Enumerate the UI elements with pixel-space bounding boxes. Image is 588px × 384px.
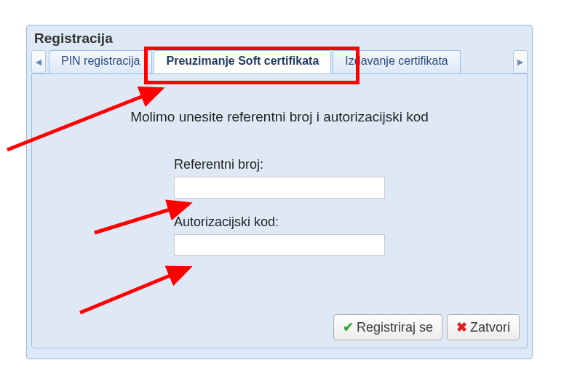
button-label: Registriraj se [357,320,433,335]
tab-content: Molimo unesite referentni broj i autoriz… [31,73,528,348]
tabs-row: PIN registracija Preuzimanje Soft certif… [49,50,510,73]
tab-scroll-left[interactable]: ◄ [31,50,46,73]
panel-title: Registracija [27,25,532,50]
instruction-text: Molimo unesite referentni broj i autoriz… [32,109,527,125]
tab-izdavanje-certifikata[interactable]: Izdavanje certifikata [333,50,460,73]
tab-label: PIN registracija [61,55,140,67]
autorizacijski-kod-input[interactable] [174,234,385,256]
tab-label: Izdavanje certifikata [345,55,448,67]
referentni-broj-input[interactable] [174,177,385,199]
tab-label: Preuzimanje Soft certifikata [166,55,319,67]
tab-pin-registracija[interactable]: PIN registracija [49,50,152,73]
field-referentni-broj: Referentni broj: [174,157,385,199]
button-label: Zatvori [470,320,510,335]
field-autorizacijski-kod: Autorizacijski kod: [174,215,385,256]
tab-bar: ◄ PIN registracija Preuzimanje Soft cert… [27,50,532,73]
arrow-left-icon: ◄ [33,56,44,68]
x-icon: ✖ [456,319,467,335]
form-area: Referentni broj: Autorizacijski kod: [32,157,527,256]
button-bar: ✔ Registriraj se ✖ Zatvori [333,314,520,340]
close-button[interactable]: ✖ Zatvori [447,314,520,340]
field-label: Referentni broj: [174,157,385,172]
registration-panel: Registracija ◄ PIN registracija Preuzima… [26,25,533,359]
check-icon: ✔ [343,319,354,335]
register-button[interactable]: ✔ Registriraj se [333,314,442,340]
tab-preuzimanje-soft-certifikata[interactable]: Preuzimanje Soft certifikata [154,50,331,73]
arrow-right-icon: ► [515,56,525,68]
tab-scroll-right[interactable]: ► [513,50,528,73]
field-label: Autorizacijski kod: [174,215,385,230]
